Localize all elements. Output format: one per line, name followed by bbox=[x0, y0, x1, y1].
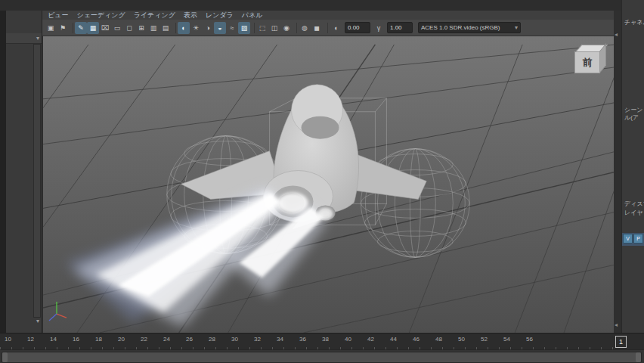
ambient-occlusion-icon[interactable]: ◒ bbox=[214, 22, 226, 34]
timeline-tick[interactable]: 26 bbox=[186, 336, 193, 343]
timeline-tick[interactable]: 22 bbox=[141, 336, 147, 343]
timeline-tick[interactable]: 50 bbox=[458, 336, 465, 343]
panel-label-fragment: レイヤ オ bbox=[624, 209, 644, 217]
timeline-tick[interactable]: 36 bbox=[299, 336, 306, 343]
toolbar-separator bbox=[293, 23, 297, 33]
channel-box-tab[interactable]: チャネル bbox=[624, 18, 644, 26]
scroll-down-icon[interactable]: ▾ bbox=[36, 318, 39, 325]
grease-pencil-icon[interactable]: ✎ bbox=[75, 22, 87, 34]
panel-label-fragment: ル(ア bbox=[624, 113, 639, 122]
xray-joints-icon[interactable]: ◉ bbox=[280, 22, 293, 34]
timeline-tick[interactable]: 34 bbox=[277, 336, 283, 343]
safe-action-icon[interactable]: ▥ bbox=[147, 22, 159, 34]
exposure-field[interactable]: 0.00 bbox=[345, 22, 370, 33]
colorspace-dropdown[interactable]: ACES 1.0 SDR.video (sRGB) ▾ bbox=[418, 22, 521, 33]
textured-icon[interactable]: ◼ bbox=[311, 22, 323, 34]
range-handle-left[interactable] bbox=[2, 352, 8, 362]
toolbar-separator bbox=[324, 23, 328, 33]
menu-item-0[interactable]: ビュー bbox=[48, 11, 68, 20]
resolution-gate-icon[interactable]: ▭ bbox=[111, 22, 123, 34]
timeline-tick[interactable]: 44 bbox=[390, 336, 397, 343]
viewport-panel: ビューシェーディングライティング表示レンダラパネル ▣⚑✎▦⌧▭◻⊞▥▤◐☀◑◒… bbox=[42, 11, 614, 333]
xray-icon[interactable]: ◫ bbox=[268, 22, 280, 34]
collapse-left-icon[interactable]: ◂ bbox=[615, 32, 618, 38]
timeline-tick[interactable]: 32 bbox=[254, 336, 261, 343]
timeline-tick[interactable]: 56 bbox=[526, 336, 533, 343]
isolate-select-icon[interactable]: ⬚ bbox=[256, 22, 268, 34]
timeline-tick[interactable]: 48 bbox=[435, 336, 442, 343]
menu-item-2[interactable]: ライティング bbox=[134, 11, 175, 20]
gamma-icon[interactable]: γ bbox=[373, 22, 385, 34]
scene-lights-icon[interactable]: ☀ bbox=[190, 22, 202, 34]
timeline-tick[interactable]: 42 bbox=[367, 336, 374, 343]
menu-item-4[interactable]: レンダラ bbox=[206, 11, 234, 20]
shadows-icon[interactable]: ◑ bbox=[202, 22, 214, 34]
view-cube-front-face[interactable]: 前 bbox=[574, 51, 600, 73]
timeline-tick[interactable]: 24 bbox=[163, 336, 170, 343]
grid-toggle-icon[interactable]: ▦ bbox=[87, 22, 99, 34]
view-cube[interactable]: 前 bbox=[572, 44, 608, 79]
engine-exhaust bbox=[66, 187, 333, 327]
timeline-tick[interactable]: 54 bbox=[503, 336, 510, 343]
wireframe-on-shaded-icon[interactable]: ◍ bbox=[299, 22, 311, 34]
toolbar-separator bbox=[251, 23, 255, 33]
timeline-tick[interactable]: 12 bbox=[27, 336, 34, 343]
range-handle-right[interactable] bbox=[636, 352, 641, 362]
colorspace-value: ACES 1.0 SDR.video (sRGB) bbox=[421, 23, 500, 33]
toolbar-separator bbox=[70, 23, 73, 33]
outliner-panel[interactable]: ▾ ▾ bbox=[6, 11, 42, 333]
viewport-menubar: ビューシェーディングライティング表示レンダラパネル bbox=[42, 11, 614, 20]
canopy-window bbox=[302, 116, 339, 139]
timeline-tick[interactable]: 10 bbox=[5, 336, 11, 343]
safe-title-icon[interactable]: ▤ bbox=[159, 22, 172, 34]
field-chart-icon[interactable]: ⊞ bbox=[135, 22, 147, 34]
timeline-tick[interactable]: 52 bbox=[481, 336, 488, 343]
chevron-down-icon: ▾ bbox=[515, 23, 518, 33]
menu-item-5[interactable]: パネル bbox=[242, 11, 263, 20]
timeline-tick[interactable]: 18 bbox=[95, 336, 102, 343]
exposure-icon[interactable]: ◐ bbox=[330, 22, 342, 34]
timeline-tick[interactable]: 46 bbox=[413, 336, 420, 343]
motion-blur-icon[interactable]: ≈ bbox=[226, 22, 238, 34]
timeline-tick[interactable]: 40 bbox=[345, 336, 351, 343]
camera-bookmark-icon[interactable]: ⚑ bbox=[57, 22, 69, 34]
timeline-tick[interactable]: 30 bbox=[231, 336, 238, 343]
left-edge-strip bbox=[0, 11, 6, 333]
layer-toggle-p[interactable]: P bbox=[633, 234, 643, 244]
anti-aliasing-icon[interactable]: ▨ bbox=[238, 22, 250, 34]
gamma-field[interactable]: 1.00 bbox=[387, 22, 413, 33]
gate-mask-icon[interactable]: ◻ bbox=[123, 22, 135, 34]
camera-lock-icon[interactable]: ▣ bbox=[45, 22, 57, 34]
layer-toggle-v[interactable]: V bbox=[623, 234, 633, 244]
time-slider[interactable]: 1012141618202224262830323436384042444648… bbox=[0, 333, 644, 350]
scroll-up-icon[interactable]: ▾ bbox=[36, 35, 39, 42]
panel-splitter[interactable]: ◂ ◂ bbox=[614, 11, 621, 333]
timeline-tick[interactable]: 38 bbox=[322, 336, 329, 343]
channel-box-panel: チャネル シーン ル(ア ディスプレイ レイヤ オ VP bbox=[621, 0, 644, 333]
range-slider-row bbox=[0, 349, 644, 363]
toolbar-icons: ▣⚑✎▦⌧▭◻⊞▥▤◐☀◑◒≈▨⬚◫◉◍◼ bbox=[45, 22, 323, 34]
viewport-toolbar: ▣⚑✎▦⌧▭◻⊞▥▤◐☀◑◒≈▨⬚◫◉◍◼ ◐ 0.00 γ 1.00 ACES… bbox=[42, 20, 614, 36]
range-slider-bar[interactable] bbox=[2, 352, 642, 363]
timeline-tick[interactable]: 20 bbox=[118, 336, 125, 343]
panel-label-fragment: ディスプレイ bbox=[624, 200, 644, 208]
toolbar-separator bbox=[172, 23, 176, 33]
timeline-tick[interactable]: 28 bbox=[209, 336, 215, 343]
window-top-strip bbox=[0, 0, 644, 11]
viewport-3d-canvas[interactable]: 前 bbox=[42, 36, 614, 333]
timeline-tick[interactable]: 16 bbox=[73, 336, 79, 343]
outliner-scrollbar[interactable] bbox=[33, 44, 41, 318]
current-frame-field[interactable]: 1 bbox=[615, 336, 627, 348]
timeline-tick[interactable]: 14 bbox=[50, 336, 57, 343]
layer-row[interactable]: VP bbox=[622, 233, 644, 246]
collapse-left-icon[interactable]: ◂ bbox=[615, 322, 618, 328]
scene-svg bbox=[43, 36, 614, 333]
default-lighting-icon[interactable]: ◐ bbox=[178, 22, 190, 34]
film-gate-icon[interactable]: ⌧ bbox=[99, 22, 111, 34]
menu-item-1[interactable]: シェーディング bbox=[76, 11, 125, 20]
menu-item-3[interactable]: 表示 bbox=[184, 11, 197, 20]
